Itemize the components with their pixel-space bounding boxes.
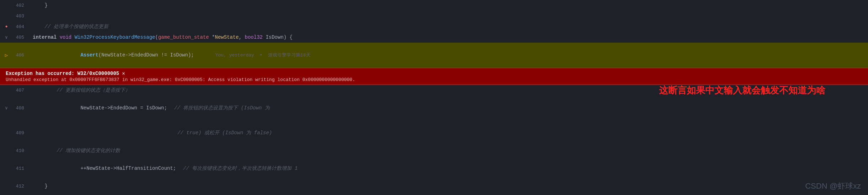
exception-close-icon[interactable]: ✕ — [122, 70, 125, 76]
line-gutter-409: 409 — [0, 120, 28, 145]
code-line-405: 405 internal void Win32ProcessKeyboardMe… — [0, 32, 868, 43]
line-number-405: 405 — [10, 35, 24, 40]
line-content-409: // true) 或松开 (IsDown 为 false) — [28, 120, 868, 145]
code-line-406: 406 Assert(NewState->EndedDown != IsDown… — [0, 43, 868, 68]
line-content-411: ++NewState->HalfTransitionCount;// 每次按键状… — [28, 156, 868, 181]
code-line-413: 413 — [0, 191, 868, 195]
line-content-402: } — [28, 0, 868, 11]
line-indicator-405 — [3, 34, 10, 40]
line-gutter-413: 413 — [0, 191, 28, 195]
line-number-407: 407 — [10, 88, 24, 93]
assert-keyword: Assert — [80, 52, 98, 58]
git-annotation-406: You, yesterday • 游戏引擎学习第18天 — [215, 53, 311, 58]
line-content-403 — [28, 11, 868, 21]
line-content-406: Assert(NewState->EndedDown != IsDown);Yo… — [28, 43, 868, 68]
code-line-403: 403 — [0, 11, 868, 21]
line-gutter-406: 406 — [0, 43, 28, 68]
line-content-412: } — [28, 181, 868, 191]
line-gutter-403: 403 — [0, 11, 28, 21]
line-gutter-404: 404 — [0, 21, 28, 32]
code-line-412: 412 } — [0, 181, 868, 191]
line-number-412: 412 — [10, 184, 24, 189]
line-content-408: NewState->EndedDown = IsDown;// 将按钮的状态设置… — [28, 96, 868, 120]
chinese-annotation: 这断言如果中文输入就会触发不知道为啥 — [659, 84, 825, 97]
line-number-409: 409 — [10, 130, 24, 136]
line-gutter-410: 410 — [0, 145, 28, 156]
line-number-410: 410 — [10, 148, 24, 153]
code-line-407: 407 // 更新按钮的状态（是否按下） 这断言如果中文输入就会触发不知道为啥 — [0, 85, 868, 96]
code-line-409: 409 // true) 或松开 (IsDown 为 false) — [0, 120, 868, 145]
line-indicator-404 — [3, 24, 10, 29]
keyword-internal: internal — [33, 34, 57, 40]
line-number-406: 406 — [10, 53, 24, 58]
line-number-411: 411 — [10, 166, 24, 171]
exception-title-text: Exception has occurred: W32/0xC0000005 — [6, 71, 119, 76]
code-line-410: 410 // 增加按键状态变化的计数 — [0, 145, 868, 156]
line-indicator-408 — [3, 105, 10, 111]
exception-message: Unhandled exception at 0x00007FF6FB67383… — [6, 77, 862, 82]
line-gutter-402: 402 — [0, 0, 28, 11]
code-editor: 402 } 403 404 // 处理单个按键的状态更新 405 — [0, 0, 868, 195]
line-gutter-412: 412 — [0, 181, 28, 191]
line-number-404: 404 — [10, 24, 24, 29]
line-content-410: // 增加按键状态变化的计数 — [28, 145, 868, 156]
code-area-top: 402 } 403 404 // 处理单个按键的状态更新 405 — [0, 0, 868, 195]
line-content-405: internal void Win32ProcessKeyboardMessag… — [28, 32, 868, 43]
line-indicator-406 — [3, 52, 10, 58]
exception-banner: Exception has occurred: W32/0xC0000005 ✕… — [0, 68, 868, 85]
exception-title: Exception has occurred: W32/0xC0000005 ✕ — [6, 70, 862, 76]
code-line-404: 404 // 处理单个按键的状态更新 — [0, 21, 868, 32]
line-gutter-405: 405 — [0, 32, 28, 43]
code-line-402: 402 } — [0, 0, 868, 11]
line-gutter-408: 408 — [0, 96, 28, 120]
line-number-402: 402 — [10, 3, 24, 8]
line-gutter-407: 407 — [0, 85, 28, 96]
code-line-408: 408 NewState->EndedDown = IsDown;// 将按钮的… — [0, 96, 868, 120]
code-line-411: 411 ++NewState->HalfTransitionCount;// 每… — [0, 156, 868, 181]
csdn-watermark: CSDN @虾球xz — [805, 181, 861, 191]
line-content-404: // 处理单个按键的状态更新 — [28, 21, 868, 32]
line-number-408: 408 — [10, 105, 24, 111]
line-number-403: 403 — [10, 13, 24, 19]
line-gutter-411: 411 — [0, 156, 28, 181]
line-content-413 — [28, 191, 868, 195]
